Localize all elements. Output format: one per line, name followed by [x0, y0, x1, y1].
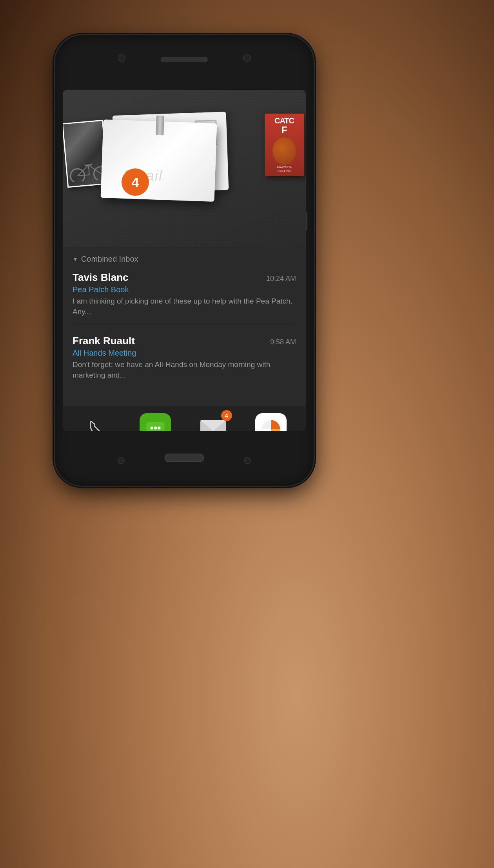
inbox-section: ▼ Combined Inbox Tavis Blanc 10:24 AM Pe… [63, 247, 306, 406]
speaker-grille [161, 57, 208, 62]
phone-icon-svg [87, 418, 108, 431]
home-button[interactable] [165, 454, 204, 462]
bottom-dot-right [244, 457, 251, 464]
email-sender-2: Frank Ruault [73, 335, 135, 347]
camera-left [118, 54, 125, 62]
envelope-front [101, 119, 217, 202]
email-item-2[interactable]: Frank Ruault 9:58 AM All Hands Meeting D… [73, 335, 296, 388]
email-row-top-2: Frank Ruault 9:58 AM [73, 335, 296, 347]
svg-line-5 [78, 175, 89, 176]
bottom-dot-left [118, 457, 125, 464]
inbox-title-text: Combined Inbox [81, 255, 138, 264]
dock-app-dialer[interactable]: Dialer [82, 413, 113, 431]
messaging-icon [140, 413, 171, 431]
email-badge-count: 4 [132, 175, 139, 190]
email-dock-icon: 4 [198, 413, 229, 431]
email-subject-1: Pea Patch Book [73, 285, 296, 294]
messaging-icon-svg [145, 418, 166, 431]
envelope-clip [156, 116, 164, 136]
hero-carousel[interactable]: JUN 2012 Email [63, 90, 306, 247]
email-preview-1: I am thinking of picking one of these up… [73, 296, 296, 317]
silk-icon-svg [260, 418, 282, 431]
book-card: CATC F SUZANNECOLLINS [265, 114, 304, 176]
dock-app-email[interactable]: 4 Email [198, 413, 229, 431]
phone-body: JUN 2012 Email [55, 35, 314, 486]
email-item-1[interactable]: Tavis Blanc 10:24 AM Pea Patch Book I am… [73, 271, 296, 325]
scene: JUN 2012 Email [0, 0, 494, 868]
svg-point-10 [158, 427, 160, 429]
svg-rect-7 [146, 422, 164, 431]
email-time-2: 9:58 AM [270, 338, 296, 346]
email-card: JUN 2012 Email [98, 110, 227, 204]
dock-app-silk[interactable]: Silk [255, 413, 287, 431]
book-author: SUZANNECOLLINS [277, 165, 292, 173]
phone-screen: JUN 2012 Email [63, 90, 306, 431]
email-time-1: 10:24 AM [266, 275, 296, 283]
svg-line-2 [77, 165, 89, 176]
dialer-icon [82, 413, 113, 431]
svg-line-4 [89, 165, 89, 175]
app-dock: Dialer Messaging [63, 406, 306, 431]
email-subject-2: All Hands Meeting [73, 349, 296, 358]
email-sender-1: Tavis Blanc [73, 271, 129, 284]
inbox-dropdown-arrow[interactable]: ▼ [73, 256, 78, 262]
email-row-top-1: Tavis Blanc 10:24 AM [73, 271, 296, 284]
silk-icon [255, 413, 287, 431]
email-dock-badge: 4 [221, 410, 232, 421]
svg-point-9 [154, 427, 157, 429]
book-title: CATC [274, 117, 294, 125]
svg-line-6 [85, 165, 93, 166]
email-badge: 4 [122, 168, 149, 196]
book-decoration [272, 137, 296, 165]
camera-right [243, 54, 251, 62]
book-subtitle: F [282, 125, 287, 136]
dock-app-messaging[interactable]: Messaging [140, 413, 171, 431]
email-preview-2: Don't forget: we have an All-Hands on Mo… [73, 360, 296, 380]
svg-point-8 [150, 427, 153, 429]
inbox-header: ▼ Combined Inbox [73, 255, 296, 264]
